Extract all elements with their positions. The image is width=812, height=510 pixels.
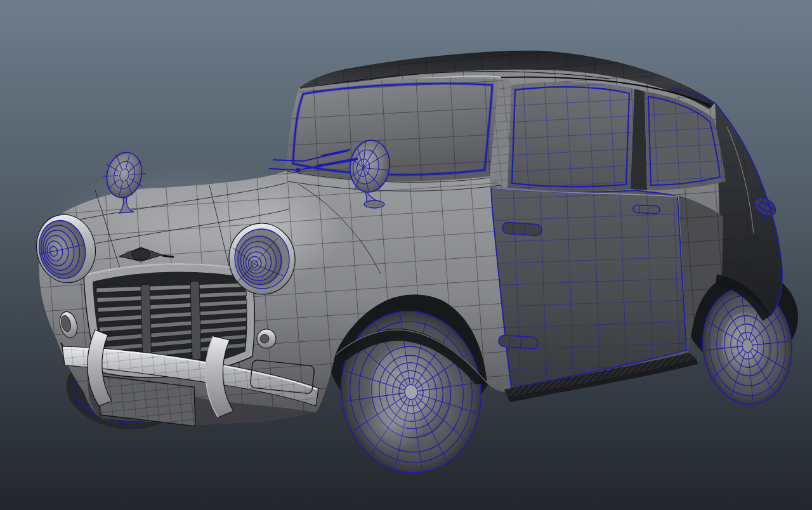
- door[interactable]: [491, 188, 686, 388]
- viewport-3d[interactable]: [0, 0, 812, 510]
- door-window[interactable]: [508, 82, 634, 191]
- door-handle[interactable]: [633, 205, 660, 214]
- wireframe-car-model[interactable]: [0, 0, 812, 510]
